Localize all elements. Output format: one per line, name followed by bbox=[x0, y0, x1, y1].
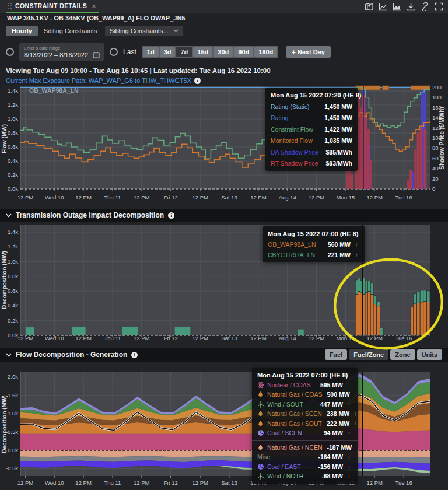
download-icon[interactable] bbox=[407, 2, 415, 11]
svg-text:0.0k: 0.0k bbox=[8, 332, 18, 338]
svg-text:40: 40 bbox=[432, 165, 439, 172]
range-button-7d[interactable]: 7d bbox=[176, 47, 192, 57]
svg-text:12 PM: 12 PM bbox=[309, 194, 325, 201]
calendar-icon[interactable] bbox=[93, 51, 100, 58]
svg-text:Thu 11: Thu 11 bbox=[104, 480, 121, 486]
exposure-path-link[interactable]: Current Max Exposure Path: WAP_WAP_G6 to… bbox=[0, 76, 448, 85]
svg-text:Tue 16: Tue 16 bbox=[395, 335, 412, 341]
svg-text:1.2k: 1.2k bbox=[8, 243, 18, 250]
range-button-90d[interactable]: 90d bbox=[234, 47, 253, 57]
svg-text:12 PM: 12 PM bbox=[134, 194, 150, 201]
tooltip-title: Mon Aug 15 2022 07:00 (HE 8) bbox=[257, 372, 352, 379]
gen-view-button-zone[interactable]: Zone bbox=[390, 349, 415, 360]
range-button-30d[interactable]: 30d bbox=[214, 47, 233, 57]
line-chart-icon[interactable] bbox=[379, 2, 387, 11]
map-icon[interactable] bbox=[365, 2, 373, 11]
viewing-status: Viewing Tue Aug 09 10:00 - Tue Aug 16 10… bbox=[0, 65, 448, 76]
svg-text:12 PM: 12 PM bbox=[18, 480, 34, 486]
generation-chart-panel: 2.0k1.5k1.0k0.5k0.0k-0.5k12 PMWed 1012 P… bbox=[0, 362, 448, 490]
svg-text:Tue 16: Tue 16 bbox=[395, 480, 412, 486]
outage-decomposition-chart[interactable]: 0.0k0.2k0.4k0.6k0.8k1.0k1.2k1.4k12 PMWed… bbox=[0, 222, 448, 348]
svg-text:Aug 14: Aug 14 bbox=[279, 335, 296, 341]
tooltip-row: Misc-164 MW↓ bbox=[257, 453, 352, 460]
sibling-constraints-select[interactable]: Sibling Constraints... bbox=[105, 26, 183, 36]
svg-text:1.2k: 1.2k bbox=[8, 102, 18, 108]
date-range-input[interactable]: Enter a date range 8/13/2022 – 8/16/2022 bbox=[19, 43, 104, 61]
svg-text:0.6k: 0.6k bbox=[8, 288, 18, 294]
tooltip-row: Rating (Static)1,450 MW bbox=[271, 103, 352, 110]
tooltip-row: Natural Gas / SCEN238 MW↑ bbox=[257, 410, 352, 417]
tooltip-row: Wind / NOTH-68 MW↓ bbox=[257, 473, 352, 480]
svg-text:12 PM: 12 PM bbox=[134, 335, 150, 341]
flow-chart-tooltip: Mon Aug 15 2022 07:20 (HE 8)Rating (Stat… bbox=[265, 88, 358, 171]
svg-text:60: 60 bbox=[432, 155, 439, 162]
svg-text:Thu 11: Thu 11 bbox=[104, 335, 121, 341]
last-range-radio[interactable] bbox=[110, 48, 118, 56]
coal-icon bbox=[257, 463, 264, 470]
tooltip-row: CBYCTR97A_LN221 MW↑ bbox=[268, 251, 360, 258]
svg-text:12 PM: 12 PM bbox=[366, 335, 383, 341]
tooltip-row: Natural Gas / NCEN-187 MW↓ bbox=[257, 444, 352, 451]
svg-text:12 PM: 12 PM bbox=[250, 335, 267, 341]
flow-decomposition-chart[interactable]: 2.0k1.5k1.0k0.5k0.0k-0.5k12 PMWed 1012 P… bbox=[0, 362, 448, 490]
svg-text:1.0k: 1.0k bbox=[8, 258, 18, 265]
svg-text:Mon 15: Mon 15 bbox=[337, 194, 355, 201]
svg-text:Wed 10: Wed 10 bbox=[45, 194, 64, 201]
svg-text:200: 200 bbox=[432, 85, 442, 90]
svg-text:12 PM: 12 PM bbox=[366, 194, 383, 201]
wind-icon bbox=[257, 401, 264, 408]
sibling-constraints-label: Sibling Constraints: bbox=[44, 27, 99, 34]
range-button-15d[interactable]: 15d bbox=[193, 47, 212, 57]
sibling-constraints-value: Sibling Constraints... bbox=[110, 27, 169, 34]
svg-text:-0.5k: -0.5k bbox=[6, 465, 18, 471]
chevron-down-icon[interactable] bbox=[6, 353, 12, 357]
coal-icon bbox=[257, 429, 264, 436]
tooltip-row: Nuclear / COAS595 MW↑ bbox=[257, 382, 352, 388]
info-icon[interactable]: i bbox=[131, 352, 138, 358]
svg-text:Fri 12: Fri 12 bbox=[163, 335, 177, 341]
gen-view-button-units[interactable]: Units bbox=[417, 349, 443, 360]
range-button-180d[interactable]: 180d bbox=[254, 47, 277, 57]
range-button-3d[interactable]: 3d bbox=[160, 47, 176, 57]
expand-icon[interactable] bbox=[435, 2, 443, 11]
tooltip-row: Coal / EAST-156 MW↓ bbox=[257, 463, 352, 470]
svg-text:1.5k: 1.5k bbox=[8, 392, 18, 398]
chevron-down-icon[interactable] bbox=[6, 214, 12, 218]
svg-text:OB_WAP98A_LN: OB_WAP98A_LN bbox=[29, 87, 79, 94]
close-icon[interactable]: × bbox=[92, 2, 96, 10]
gen-view-button-fuel-zone[interactable]: Fuel/Zone bbox=[349, 349, 388, 360]
section-title-outage: Transmission Outage Impact Decomposition bbox=[16, 211, 164, 219]
next-day-button[interactable]: + Next Day bbox=[286, 46, 331, 58]
svg-text:0.0k: 0.0k bbox=[8, 186, 18, 192]
svg-text:Sat 13: Sat 13 bbox=[221, 335, 237, 341]
gen-view-button-fuel[interactable]: Fuel bbox=[325, 349, 348, 360]
tooltip-row: RT Shadow Price$83/MWh bbox=[271, 160, 352, 167]
svg-text:Sat 13: Sat 13 bbox=[221, 194, 237, 201]
svg-text:0.2k: 0.2k bbox=[8, 317, 18, 324]
range-button-1d[interactable]: 1d bbox=[143, 47, 159, 57]
link-icon[interactable] bbox=[421, 2, 429, 11]
tab-constraint-details[interactable]: CONSTRAINT DETAILS × bbox=[6, 0, 99, 13]
tooltip-row: Coal / SCEN94 MW↑ bbox=[257, 429, 352, 436]
section-title-generation: Flow Decomposition - Generation bbox=[16, 351, 127, 359]
svg-text:12 PM: 12 PM bbox=[192, 335, 208, 341]
svg-text:Decomposition (MW): Decomposition (MW) bbox=[1, 395, 8, 453]
constraint-flow-chart[interactable]: 0.0k0.2k0.4k0.6k0.8k1.0k1.2k1.4k12 PMWed… bbox=[0, 85, 448, 209]
flame-icon bbox=[257, 410, 264, 417]
date-range-radio[interactable] bbox=[6, 48, 14, 56]
info-icon[interactable]: i bbox=[168, 212, 174, 219]
flame-icon bbox=[257, 420, 264, 427]
svg-text:Mon 15: Mon 15 bbox=[337, 335, 355, 341]
chevron-down-icon bbox=[173, 29, 178, 33]
tooltip-row: OB_WAP98A_LN560 MW↑ bbox=[268, 241, 360, 248]
area-chart-icon[interactable] bbox=[393, 2, 401, 11]
drag-handle-icon[interactable] bbox=[8, 3, 12, 9]
info-icon[interactable]: i bbox=[194, 78, 201, 84]
tooltip-row: DA Shadow Price$85/MWh bbox=[271, 149, 352, 156]
svg-text:1.4k: 1.4k bbox=[8, 229, 18, 235]
svg-text:2.0k: 2.0k bbox=[8, 373, 18, 380]
hourly-button[interactable]: Hourly bbox=[6, 26, 38, 36]
tooltip-row: Monitored Flow1,035 MW bbox=[271, 137, 352, 144]
tooltip-title: Mon Aug 15 2022 07:20 (HE 8) bbox=[271, 92, 352, 99]
exposure-path-text: Current Max Exposure Path: WAP_WAP_G6 to… bbox=[6, 77, 191, 84]
